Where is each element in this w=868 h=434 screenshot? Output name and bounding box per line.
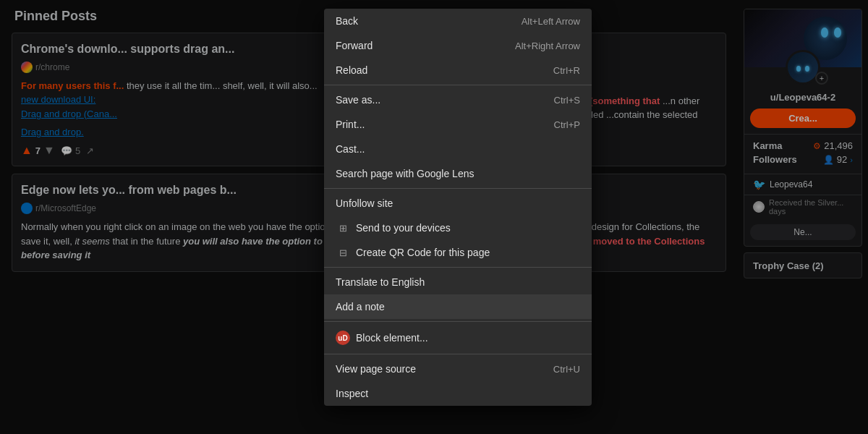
menu-forward-shortcut: Alt+Right Arrow — [515, 41, 580, 51]
menu-item-send-devices[interactable]: ⊞ Send to your devices — [324, 216, 592, 240]
menu-separator-4 — [324, 321, 592, 322]
qr-code-icon: ⊟ — [336, 247, 350, 258]
menu-cast-label: Cast... — [336, 143, 365, 155]
context-menu-overlay: Back Alt+Left Arrow Forward Alt+Right Ar… — [0, 0, 868, 434]
menu-item-save-as[interactable]: Save as... Ctrl+S — [324, 88, 592, 112]
menu-item-inspect[interactable]: Inspect — [324, 381, 592, 406]
menu-item-qr-code[interactable]: ⊟ Create QR Code for this page — [324, 240, 592, 265]
menu-print-shortcut: Ctrl+P — [554, 119, 580, 130]
menu-item-translate[interactable]: Translate to English — [324, 270, 592, 294]
send-devices-icon: ⊞ — [336, 223, 350, 234]
menu-back-shortcut: Alt+Left Arrow — [522, 16, 580, 27]
menu-item-print[interactable]: Print... Ctrl+P — [324, 112, 592, 137]
menu-unfollow-label: Unfollow site — [336, 197, 393, 209]
menu-item-add-note[interactable]: Add a note — [324, 294, 592, 319]
menu-separator-3 — [324, 267, 592, 268]
menu-qr-code-label: Create QR Code for this page — [356, 247, 490, 258]
menu-back-label: Back — [336, 15, 358, 27]
menu-forward-label: Forward — [336, 40, 373, 51]
menu-view-source-label: View page source — [336, 363, 416, 375]
context-menu: Back Alt+Left Arrow Forward Alt+Right Ar… — [324, 9, 592, 406]
menu-qr-code-left: ⊟ Create QR Code for this page — [336, 247, 490, 258]
menu-item-search-lens[interactable]: Search page with Google Lens — [324, 161, 592, 186]
menu-reload-label: Reload — [336, 64, 367, 76]
menu-inspect-label: Inspect — [336, 388, 368, 399]
menu-item-back[interactable]: Back Alt+Left Arrow — [324, 9, 592, 33]
menu-item-view-source[interactable]: View page source Ctrl+U — [324, 357, 592, 381]
menu-separator-2 — [324, 188, 592, 189]
menu-search-lens-label: Search page with Google Lens — [336, 168, 474, 179]
menu-block-label: Block element... — [356, 332, 428, 344]
menu-print-label: Print... — [336, 119, 365, 130]
menu-separator-5 — [324, 354, 592, 354]
menu-reload-shortcut: Ctrl+R — [553, 65, 580, 76]
menu-item-unfollow[interactable]: Unfollow site — [324, 191, 592, 216]
menu-block-left: uD Block element... — [336, 331, 428, 345]
menu-separator-1 — [324, 85, 592, 85]
menu-item-cast[interactable]: Cast... — [324, 137, 592, 161]
menu-send-devices-left: ⊞ Send to your devices — [336, 222, 451, 234]
menu-item-reload[interactable]: Reload Ctrl+R — [324, 58, 592, 82]
menu-translate-label: Translate to English — [336, 276, 425, 288]
menu-item-forward[interactable]: Forward Alt+Right Arrow — [324, 33, 592, 58]
block-element-icon: uD — [336, 331, 350, 345]
menu-view-source-shortcut: Ctrl+U — [553, 364, 580, 375]
menu-item-block[interactable]: uD Block element... — [324, 324, 592, 352]
menu-add-note-label: Add a note — [336, 301, 385, 312]
menu-send-devices-label: Send to your devices — [356, 222, 451, 234]
menu-save-as-shortcut: Ctrl+S — [554, 95, 580, 106]
menu-save-as-label: Save as... — [336, 94, 380, 106]
